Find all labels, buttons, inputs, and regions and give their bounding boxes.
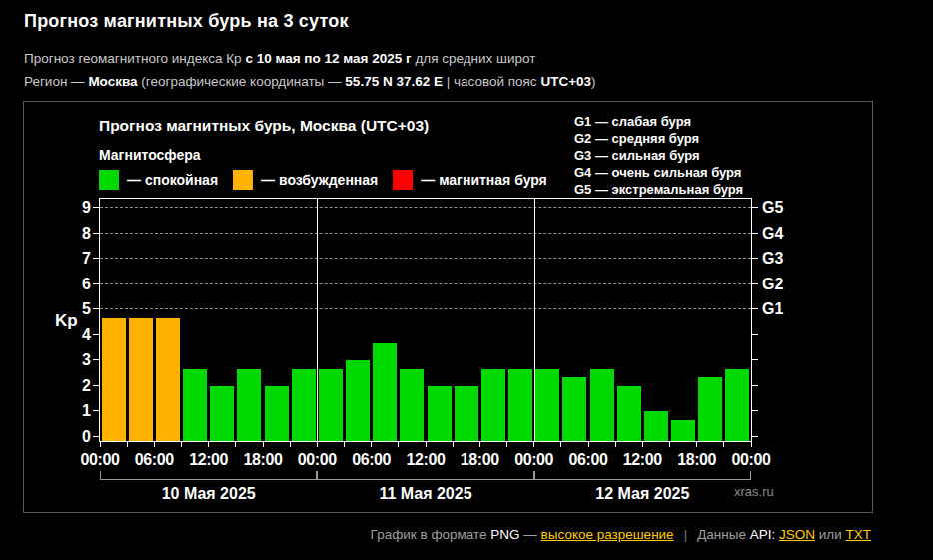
kp-bar: [590, 369, 614, 441]
y-tick-right: [752, 258, 758, 259]
legend-label: — возбужденная: [261, 172, 378, 188]
y-tick-right: [752, 308, 758, 309]
kp-bar: [455, 386, 478, 441]
kp-bar: [129, 318, 153, 441]
chart-title: Прогноз магнитных бурь, Москва (UTC+03): [99, 117, 429, 135]
y-tick-label: 0: [61, 428, 91, 446]
x-time-label: 00:00: [727, 451, 775, 469]
y-tick-label: 1: [61, 402, 91, 420]
g-legend-line: G1 — слабая буря: [574, 113, 743, 130]
x-tick: [723, 442, 724, 447]
kp-bar: [400, 369, 424, 441]
json-link[interactable]: JSON: [779, 527, 815, 542]
kp-bar: [102, 318, 126, 441]
day-bracket: [100, 471, 317, 480]
y-tick-label: 9: [61, 199, 91, 217]
y-tick-right: [752, 410, 758, 411]
kp-bar: [156, 318, 180, 441]
y-tick-label: 2: [61, 377, 91, 395]
legend: — спокойная— возбужденная— магнитная бур…: [99, 170, 547, 190]
y-tick-label: 4: [61, 326, 91, 344]
x-tick: [751, 442, 752, 447]
subtitle-segment: Регион —: [24, 74, 85, 89]
y-tick-label: 5: [61, 300, 91, 318]
y-tick-left: [93, 207, 99, 208]
day-label: 11 Мая 2025: [317, 485, 533, 503]
legend-label: — спокойная: [127, 172, 218, 188]
x-time-label: 00:00: [293, 451, 341, 469]
x-tick: [642, 442, 643, 447]
day-divider: [534, 199, 535, 441]
subtitle-line-2: Регион — Москва (географические координа…: [24, 74, 596, 89]
y-tick-label: 7: [61, 250, 91, 268]
high-res-link[interactable]: высокое разрешение: [541, 527, 674, 542]
legend-swatch: [233, 170, 253, 190]
kp-bar: [265, 386, 289, 441]
kp-bar: [671, 420, 695, 441]
day-divider: [317, 199, 318, 441]
kp-bar: [535, 369, 559, 441]
page-title: Прогноз магнитных бурь на 3 суток: [24, 11, 349, 32]
y-tick-left: [93, 359, 99, 360]
x-tick: [669, 442, 670, 447]
subtitle-segment: ): [591, 74, 596, 89]
g-legend-line: G2 — средняя буря: [574, 130, 743, 147]
day-label: 10 Мая 2025: [100, 485, 317, 503]
y-tick-left: [93, 334, 99, 335]
footer-text: API:: [750, 527, 776, 542]
x-tick: [317, 442, 318, 447]
legend-swatch: [393, 170, 413, 190]
footer-text: или: [819, 527, 842, 542]
y-tick-right: [752, 385, 758, 386]
footer-text: Данные: [697, 527, 746, 542]
x-tick: [344, 442, 345, 447]
legend-item: — магнитная буря: [393, 170, 547, 190]
g-scale-legend: G1 — слабая буряG2 — средняя буряG3 — си…: [574, 113, 743, 198]
y-tick-label: 6: [61, 276, 91, 293]
kp-bar: [319, 369, 343, 441]
y-tick-right: [752, 359, 758, 360]
x-time-label: 06:00: [348, 451, 396, 469]
kp-bar: [481, 369, 505, 441]
kp-bar: [617, 386, 641, 441]
y-tick-right: [752, 334, 758, 335]
x-tick: [127, 442, 128, 447]
g-legend-line: G5 — экстремальная буря: [574, 181, 743, 198]
x-tick: [506, 442, 507, 447]
subtitle-segment-bold: с 10 мая по 12 мая 2025 г: [245, 51, 411, 66]
footer-text: PNG: [490, 527, 519, 542]
day-bracket: [317, 471, 533, 480]
y-tick-left: [93, 308, 99, 309]
y-tick-left: [93, 436, 99, 437]
subtitle-segment: | часовой пояс: [447, 74, 537, 89]
chart-card: Прогноз магнитных бурь, Москва (UTC+03) …: [23, 101, 873, 513]
watermark: xras.ru: [734, 484, 774, 499]
x-tick: [696, 442, 697, 447]
x-time-label: 06:00: [130, 451, 178, 469]
y-tick-right: [752, 233, 758, 234]
x-time-label: 18:00: [456, 451, 503, 469]
x-tick: [235, 442, 236, 447]
txt-link[interactable]: TXT: [846, 527, 872, 542]
x-tick: [426, 442, 427, 447]
subtitle-segment: Прогноз геомагнитного индекса Кр: [24, 51, 242, 66]
x-tick: [398, 442, 399, 447]
kp-bar: [562, 377, 586, 441]
x-tick: [615, 442, 616, 447]
legend-item: — спокойная: [99, 170, 218, 190]
y-tick-left: [93, 233, 99, 234]
kp-bar: [183, 369, 207, 441]
day-bracket: [534, 471, 751, 480]
x-tick: [533, 442, 534, 447]
kp-bar: [210, 386, 234, 441]
gridline-g5: [100, 207, 751, 208]
subtitle-segment: для средних широт: [415, 51, 535, 66]
kp-bar: [698, 377, 722, 441]
x-time-label: 18:00: [673, 451, 721, 469]
subtitle-segment-bold: UTC+03: [540, 74, 591, 89]
kp-bar: [237, 369, 261, 441]
g-scale-label: G3: [762, 250, 783, 268]
legend-title: Магнитосфера: [99, 147, 201, 163]
kp-bar: [292, 369, 316, 441]
x-tick: [208, 442, 209, 447]
